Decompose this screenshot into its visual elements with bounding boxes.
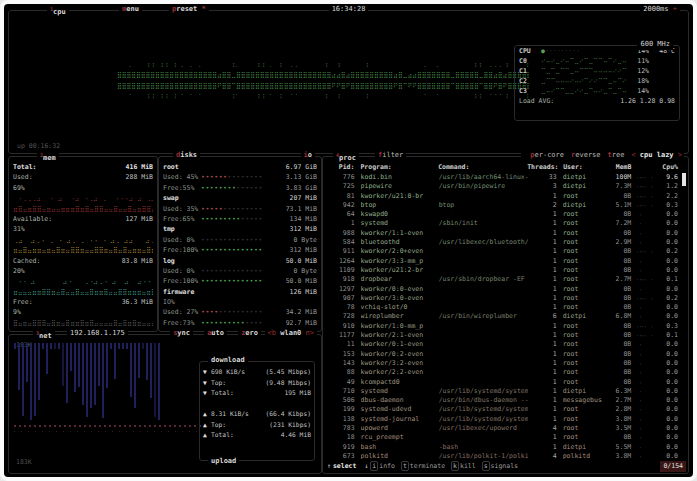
proc-row[interactable]: 78vchiq-slot/01root0B⠀⠄⠀⠀0.0 [326,303,678,312]
cpu-stats-box: 600 MHz CPU●·········14%48°CC0 ⠔⠤⠔⣀⠔⠤⠉⣀⠔… [514,45,680,121]
preset-button[interactable]: preset * [169,5,209,15]
proc-row[interactable]: 64kswapd01root0B⠀⠄⠀⠀0.0 [326,210,678,219]
proc-row[interactable]: 1177kworker/2:1-even1root0B⠠⠤⠄⠠0.1 [326,331,678,340]
sort-selector[interactable]: < cpu lazy > [631,151,682,159]
proc-option-reverse[interactable]: reverse [571,151,601,159]
proc-row[interactable]: 199systemd-udevd/usr/lib/systemd/system1… [326,405,678,414]
disk-meter: •••••••••••••• [201,276,281,286]
proc-row[interactable]: 942btopbtop2dietpi5.1M⠠⠤⠄⠠0.3 [326,201,678,210]
cpu-core-pct: 14% [627,86,649,96]
cpu-core-temp [649,66,675,76]
proc-row[interactable]: 907kworker/3:0-even1root0B⠠⠤⠄⠠0.2 [326,294,678,303]
net-info-row: ▲8.31 KiB/s(66.4 Kibps) [203,409,311,420]
proc-row[interactable]: 1109kworker/u21:2-br1root0B⠀⠄⠀⠀0.0 [326,266,678,275]
proc-option-percore[interactable]: per-core [530,151,564,159]
key-t[interactable]: t [401,461,409,471]
interval-plus-button[interactable]: + [673,5,677,13]
net-panel-title[interactable]: 3net [33,329,55,342]
proc-header-col[interactable]: MemB [607,162,632,172]
proc-row[interactable]: 1264kworker/3:3-mm_p1root0B⠀⠄⠀⠀0.0 [326,257,678,266]
proc-row[interactable]: 988kworker/1:1-even1root0B⠀⠄⠀⠀0.0 [326,229,678,238]
proc-row[interactable]: 918dropbear/usr/sbin/dropbear -EF1root2.… [326,275,678,284]
disk-free-row: Free:100%••••••••••••••50.0 MiB [163,276,317,286]
cpu-panel-title[interactable]: 1cpu [47,5,69,18]
proc-row[interactable]: 153kworker/0:2-even1root0B⠀⠄⠀⠀0.0 [326,350,678,359]
cpu-core-label: CPU [519,46,541,56]
net-auto-button[interactable]: auto [204,329,227,339]
proc-table-header: Pid:Program:Command:Threads:User:MemBCpu… [326,162,678,172]
net-zero-button[interactable]: zero [238,329,261,339]
proc-header-col[interactable]: Pid: [326,162,354,172]
proc-header-col[interactable]: Cpu% [657,162,678,172]
disk-used-row: Used: 0%••••••••••••••0 Byte [163,266,317,276]
proc-row[interactable]: 88kworker/2:2-even1root0B⠀⠄⠀⠀0.0 [326,368,678,377]
proc-row[interactable]: 673polkitd/usr/lib/polkit-1/polki4polkit… [326,452,678,459]
info-action[interactable]: info [379,462,395,470]
proc-row[interactable]: 506dbus-daemon/usr/bin/dbus-daemon --1me… [326,396,678,405]
proc-row[interactable]: 728wireplumber/usr/bin/wireplumber6dietp… [326,312,678,321]
proc-header-col[interactable]: Program: [360,162,438,172]
proc-row[interactable]: 81kworker/u21:0-br1root0B⠠⠤⠄⠠2.2 [326,192,678,201]
disk-name-row: firmware126 MiB [163,287,317,297]
proc-row[interactable]: 11kworker/0:1-even1root0B⠀⠄⠀⠀0.0 [326,340,678,349]
disk-name-row: tmp312 MiB [163,224,317,234]
net-arrow-icon: ▲ [203,409,211,420]
terminate-action[interactable]: terminate [410,462,445,470]
cpu-frequency: 600 MHz [637,40,673,50]
disk-meter: •••••••••••••• [201,214,281,224]
proc-row[interactable]: 584bluetoothd/usr/libexec/bluetooth/1roo… [326,238,678,247]
proc-header-col[interactable]: User: [563,162,607,172]
mem-entry-label: Free: [13,297,33,307]
disk-name: firmware [163,287,194,297]
mem-entry-label: Available: [13,214,52,224]
proc-row[interactable]: 911kworker/2:0+even1root0B⠠⠤⠄⠠0.2 [326,247,678,256]
proc-row[interactable]: 710systemd/usr/lib/systemd/system1dietpi… [326,387,678,396]
proc-row[interactable]: 725pipewire/usr/bin/pipewire3dietpi7.3M⠠… [326,182,678,191]
proc-row[interactable]: 910kworker/1:0-mm_p1root0B⠠⠤⠄⠠0.3 [326,322,678,331]
disk-used-row: Used: 27%••••••••••••••34.2 MiB [163,307,317,317]
update-interval[interactable]: 2000ms + [640,5,680,15]
mem-graph-free: ⣿⣤⣶⣤⣿⣿⣿⣤⣿⣶⣤⣿⣶⣶⣿⣶⣿⣤⣤⣤⣤⣿⣤⣿⣶⣿⣶⣤⣤⣤⣤⣤⣶⣶⣿⣿ [13,318,153,328]
mem-stats: Total:416 MiBUsed:288 MiB 69% ⠠⢀⢀⢀⣠ ⠠ ⣠ … [13,162,153,329]
net-info-row [203,399,311,410]
io-mode-button[interactable]: io [301,151,315,161]
cpu-core-label: C1 [519,66,541,76]
signals-action[interactable]: signals [491,462,518,470]
key-i[interactable]: i [370,461,378,471]
disk-name: log [163,256,175,266]
select-down-arrow[interactable]: ↓ [362,461,370,472]
proc-row[interactable]: 919bash-bash1dietpi5.5M⠀⠄⠀⠀0.0 [326,443,678,452]
net-sync-button[interactable]: sync [170,329,193,339]
proc-row[interactable]: 1systemd/sbin/init1root7.2M⠀⠄⠀⠀0.0 [326,219,678,228]
mem-graph-avail: ⢀⣠ ⣠⢀⠠ ⢀ ⠠ ⣠⢀ ⢀ ⠠⠠ ⠠ ⣠⢀ ⣠⣠ ⣠⢀⠠ ⣠ [13,235,153,245]
select-up-arrow[interactable]: ↑ [325,461,333,472]
proc-header-col[interactable]: Command: [438,162,527,172]
window-frame: 1cpu menu preset * 16:34:28 2000ms + ⡀ ⢰… [0,0,697,481]
proc-row[interactable]: 138systemd-journal/usr/lib/systemd/syste… [326,415,678,424]
disks-panel: disks io root6.97 GiBUsed: 45%••••••••••… [158,156,322,332]
proc-header-col[interactable]: Threads: [527,162,557,172]
proc-header-col[interactable] [634,162,657,172]
key-k[interactable]: k [451,461,459,471]
kill-action[interactable]: kill [460,462,476,470]
proc-row[interactable]: 49kcompactd01root0B⠀⠄⠀⠀0.0 [326,378,678,387]
net-interface-selector[interactable]: <b wlan0 n> [265,329,317,339]
sort-prev-arrow[interactable]: < [631,151,639,159]
proc-option-tree[interactable]: tree [608,151,625,159]
disk-name-row: swap207 MiB [163,193,317,203]
proc-table-rows: 776kodi.bin/usr/lib/aarch64-linux-33diet… [326,173,678,459]
sort-next-arrow[interactable]: > [674,151,682,159]
disks-panel-title[interactable]: disks [173,151,200,161]
proc-row[interactable]: 143kworker/3:2-even1root0B⠀⠄⠀⠀0.0 [326,359,678,368]
proc-row[interactable]: 783upowerd/usr/libexec/upowerd4root3.5M⠀… [326,424,678,433]
mem-entry-label: Total: [13,162,36,172]
cpu-core-minigraph: ⣀⠤⠔⠉⠉⣀⣀⠔⠔⣀⠉⠤⠔⣀⠉⣀⠉⠤⣀⣀⣀⣀ [541,86,627,96]
proc-scrollbar[interactable] [682,173,686,186]
proc-row[interactable]: 1297kworker/0:0-even1root0B⠀⠄⠀⠀0.0 [326,285,678,294]
mem-entry-value: 127 MiB [126,214,153,224]
menu-button[interactable]: menu [119,5,142,15]
key-s[interactable]: s [482,461,490,471]
filter-button[interactable]: filter [375,151,406,161]
proc-row[interactable]: 18rcu_preempt1root0B⠀⠄⠀⠀0.0 [326,433,678,442]
proc-row[interactable]: 776kodi.bin/usr/lib/aarch64-linux-33diet… [326,173,678,182]
